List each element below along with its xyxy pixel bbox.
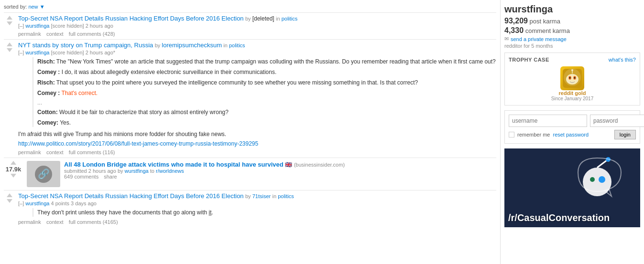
whats-this-link[interactable]: what's this? [609, 57, 636, 63]
subreddit-link[interactable]: politics [229, 42, 245, 48]
post-title-link[interactable]: All 48 London Bridge attack victims who … [64, 161, 285, 168]
downvote-button[interactable] [7, 48, 12, 52]
login-row [509, 115, 636, 127]
upvote-button[interactable] [7, 193, 12, 197]
comment-line: Risch: The "New York Times" wrote an art… [37, 57, 496, 66]
post-author-link[interactable]: 71tsiser [252, 193, 271, 199]
svg-line-13 [597, 160, 607, 168]
pm-link[interactable]: send a private message [511, 36, 567, 42]
sorted-by-bar: sorted by: new ▼ [4, 4, 496, 10]
share-link[interactable]: share [104, 174, 117, 180]
post-author-link[interactable]: wurstfinga [125, 168, 149, 174]
sorted-by-label: sorted by: [4, 4, 27, 10]
post-time: 3 days ago [71, 201, 97, 206]
downvote-button[interactable] [11, 174, 16, 178]
post-actions: permalink context full comments (4165) [18, 219, 496, 225]
comment-line: Comey : I do, it was about allegedly ext… [37, 68, 496, 76]
post-user-link[interactable]: wurstfinga [25, 50, 49, 55]
post-meta: [–] wurstfinga [score hidden] 2 hours ag… [18, 23, 496, 29]
post-title-link[interactable]: NYT stands by story on Trump campaign, R… [18, 42, 153, 49]
post-content: NYT stands by story on Trump campaign, R… [18, 42, 496, 156]
by-label: by [245, 16, 252, 21]
svg-point-12 [599, 176, 605, 183]
svg-point-11 [590, 177, 595, 182]
login-button[interactable]: login [614, 130, 636, 139]
remember-me-label: remember me [517, 132, 550, 137]
trophy-name: reddit gold [559, 90, 586, 96]
trophy-case-label: TROPHY CASE [509, 57, 549, 63]
reset-password-link[interactable]: reset password [553, 132, 589, 137]
post-karma: 93,209 post karma [504, 17, 640, 25]
post-content: Top-Secret NSA Report Details Russian Ha… [18, 15, 496, 37]
comment-thread: Risch: The "New York Times" wrote an art… [33, 57, 496, 127]
flag-icon: 🇬🇧 [285, 161, 294, 168]
downvote-button[interactable] [7, 21, 12, 25]
permalink-link[interactable]: permalink [18, 219, 41, 225]
comment-line: Cotton: Would it be fair to characterize… [37, 108, 496, 116]
trophy-header: TROPHY CASE what's this? [509, 57, 636, 63]
post-actions: permalink context full comments (116) [18, 149, 496, 156]
sidebar: wurstfinga 93,209 post karma 4,330 comme… [501, 0, 644, 264]
comment-karma: 4,330 comment karma [504, 26, 640, 35]
post-title-line: Top-Secret NSA Report Details Russian Ha… [18, 192, 496, 200]
comment-text: They don't print unless they have the do… [37, 208, 496, 217]
promo-box[interactable]: /r/CasualConversation [504, 148, 640, 227]
context-link[interactable]: context [46, 31, 63, 37]
permalink-link[interactable]: permalink [18, 149, 41, 155]
password-input[interactable] [590, 115, 644, 127]
trophy-case: TROPHY CASE what's this? [504, 53, 640, 106]
post-title-line: All 48 London Bridge attack victims who … [64, 161, 496, 168]
post-user-link[interactable]: wurstfinga [25, 23, 49, 29]
svg-point-5 [573, 76, 576, 80]
post-content: All 48 London Bridge attack victims who … [64, 161, 496, 180]
comments-link[interactable]: 649 comments [64, 174, 98, 180]
post-actions: 649 comments share [64, 174, 496, 180]
sidebar-username: wurstfinga [504, 4, 640, 15]
permalink-link[interactable]: permalink [18, 31, 41, 37]
url-link[interactable]: http://www.politico.com/story/2017/06/08… [18, 140, 258, 147]
subreddit-link[interactable]: politics [282, 16, 298, 21]
svg-point-6 [569, 77, 571, 79]
subreddit-link[interactable]: r/worldnews [156, 168, 184, 174]
svg-point-7 [574, 77, 576, 79]
full-comments-link[interactable]: full comments (4165) [69, 219, 118, 225]
post-title-line: Top-Secret NSA Report Details Russian Ha… [18, 15, 496, 22]
svg-rect-2 [563, 69, 582, 88]
login-bottom: remember me reset password login [509, 130, 636, 139]
context-link[interactable]: context [46, 219, 63, 225]
post-meta: [–] wurstfinga 4 points 3 days ago [18, 201, 496, 206]
username-input[interactable] [509, 115, 587, 127]
upvote-button[interactable] [7, 42, 12, 46]
post-author-link[interactable]: loremipsumchecksum [162, 42, 222, 49]
promo-icon [568, 153, 626, 212]
sorted-by-new-link[interactable]: new ▼ [28, 4, 44, 10]
trophy-date: Since January 2017 [551, 96, 593, 101]
comment-line: Risch: That upset you to the point where… [37, 78, 496, 87]
subreddit-link[interactable]: politics [278, 193, 294, 199]
comment-thread: They don't print unless they have the do… [33, 208, 496, 217]
envelope-icon: ✉ [504, 36, 509, 42]
post-actions: permalink context full comments (428) [18, 31, 496, 37]
svg-point-4 [568, 76, 571, 80]
comment-line: Comey: Yes. [37, 118, 496, 127]
post-author: [deleted] [252, 15, 274, 22]
post-title-link[interactable]: Top-Secret NSA Report Details Russian Ha… [18, 192, 244, 200]
upvote-button[interactable] [11, 161, 16, 165]
full-comments-link[interactable]: full comments (116) [69, 149, 115, 155]
full-comments-link[interactable]: full comments (428) [69, 31, 115, 37]
post-title-link[interactable]: Top-Secret NSA Report Details Russian Ha… [18, 15, 244, 22]
post-user-link[interactable]: wurstfinga [25, 201, 49, 206]
ellipsis: ... [37, 99, 496, 106]
extra-comment-text: I'm afraid this will give Trump and his … [18, 130, 496, 138]
london-bridge-post: 17.9k 🔗 All 48 London Bridge attack vict… [4, 158, 496, 190]
downvote-button[interactable] [7, 199, 12, 203]
svg-point-3 [566, 74, 579, 84]
vote-column [4, 193, 15, 203]
context-link[interactable]: context [46, 149, 63, 155]
remember-me-checkbox[interactable] [509, 132, 514, 137]
upvote-button[interactable] [7, 16, 12, 20]
post-row: Top-Secret NSA Report Details Russian Ha… [4, 12, 496, 39]
vote-column: 17.9k [4, 161, 23, 178]
in-label: in [276, 16, 282, 21]
svg-text:🔗: 🔗 [38, 168, 50, 180]
